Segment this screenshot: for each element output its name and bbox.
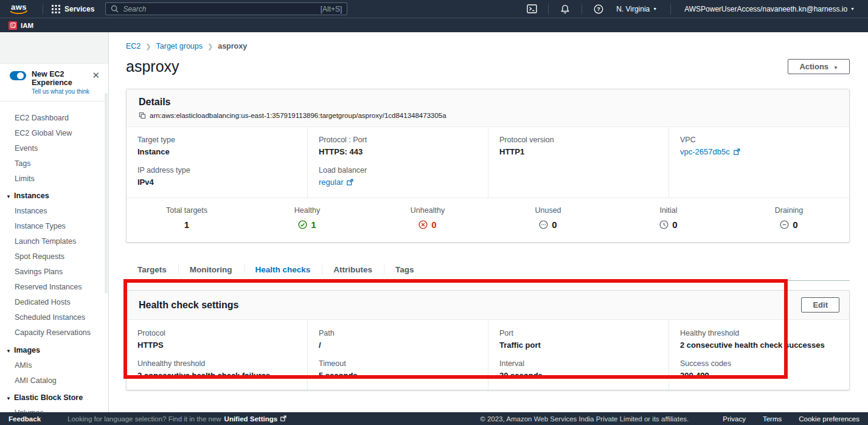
sidebar-scrollbar[interactable]	[105, 93, 108, 294]
health-check-grid: ProtocolHTTPS Unhealthy threshold2 conse…	[127, 320, 849, 390]
sidebar: New EC2 Experience Tell us what you thin…	[0, 32, 109, 412]
tab-targets[interactable]: Targets	[126, 258, 178, 280]
sidebar-item-instance-types[interactable]: Instance Types	[0, 219, 108, 234]
chevron-right-icon: ❯	[207, 43, 213, 50]
region-label: N. Virginia	[616, 5, 650, 13]
question-icon: ?	[594, 4, 603, 14]
field-label: Protocol : Port	[319, 136, 476, 144]
field-label: VPC	[680, 136, 837, 144]
sidebar-item-tags[interactable]: Tags	[0, 156, 108, 171]
services-grid-icon	[52, 5, 60, 13]
copyright-text: © 2023, Amazon Web Services India Privat…	[480, 415, 689, 423]
sidebar-item-instances[interactable]: Instances	[0, 204, 108, 219]
breadcrumb: EC2 ❯ Target groups ❯ asproxy	[126, 42, 850, 50]
sidebar-item-savings-plans[interactable]: Savings Plans	[0, 264, 108, 280]
bell-icon	[560, 4, 570, 14]
tab-tags[interactable]: Tags	[384, 258, 426, 280]
terms-link[interactable]: Terms	[763, 415, 782, 423]
sidebar-item-capacity-reservations[interactable]: Capacity Reservations	[0, 325, 108, 340]
sidebar-item-ec2-global-view[interactable]: EC2 Global View	[0, 125, 108, 140]
new-ec2-experience-toggle[interactable]	[10, 71, 26, 80]
cookie-preferences-link[interactable]: Cookie preferences	[799, 415, 859, 423]
sidebar-section-instances[interactable]: ▼Instances	[0, 186, 108, 204]
feedback-button[interactable]: Feedback	[9, 415, 41, 423]
tab-attributes[interactable]: Attributes	[322, 258, 384, 280]
account-menu[interactable]: AWSPowerUserAccess/navaneeth.kn@harness.…	[677, 5, 862, 13]
breadcrumb-current: asproxy	[218, 42, 247, 50]
actions-button[interactable]: Actions▼	[788, 59, 850, 74]
external-link-icon	[733, 148, 740, 156]
privacy-link[interactable]: Privacy	[723, 415, 746, 423]
field-label: IP address type	[137, 166, 295, 174]
close-icon[interactable]: ✕	[91, 70, 101, 81]
clock-circle-icon	[659, 220, 668, 229]
breadcrumb-target-groups[interactable]: Target groups	[156, 42, 203, 50]
field-label: Protocol	[137, 329, 295, 337]
help-button[interactable]: ?	[588, 4, 609, 14]
hc-healthy-threshold-value: 2 consecutive health check successes	[680, 340, 837, 350]
favorites-bar: IAM	[0, 18, 868, 32]
stat-healthy: Healthy 1	[247, 206, 367, 230]
health-check-title: Health check settings	[139, 300, 239, 311]
sidebar-item-limits[interactable]: Limits	[0, 171, 108, 186]
vpc-link[interactable]: vpc-2657db5c	[680, 147, 837, 156]
sidebar-section-elastic-block-store[interactable]: ▼Elastic Block Store	[0, 388, 108, 406]
services-menu[interactable]: Services	[49, 5, 97, 13]
tab-health-checks[interactable]: Health checks	[244, 258, 322, 281]
stat-unhealthy: Unhealthy 0	[367, 206, 488, 230]
tab-bar: Targets Monitoring Health checks Attribu…	[126, 258, 850, 281]
feedback-link[interactable]: Tell us what you think	[32, 88, 91, 95]
sidebar-item-ec2-dashboard[interactable]: EC2 Dashboard	[0, 110, 108, 125]
global-search[interactable]: [Alt+S]	[105, 2, 347, 15]
field-label: Interval	[499, 359, 656, 368]
sidebar-item-amis[interactable]: AMIs	[0, 358, 108, 373]
cloudshell-icon	[527, 4, 537, 13]
stat-draining: Draining 0	[729, 206, 849, 230]
triangle-down-icon: ▼	[6, 348, 11, 354]
total-targets-value: 1	[184, 219, 189, 230]
divider	[582, 4, 582, 15]
favorite-iam-label: IAM	[21, 22, 33, 29]
unified-settings-link[interactable]: Unified Settings	[224, 415, 287, 423]
chevron-down-icon: ▼	[833, 65, 838, 71]
notifications-button[interactable]	[555, 4, 575, 14]
edit-button[interactable]: Edit	[801, 297, 839, 313]
details-grid: Target typeInstance IP address typeIPv4 …	[127, 127, 849, 198]
breadcrumb-ec2[interactable]: EC2	[126, 42, 141, 50]
hc-interval-value: 30 seconds	[499, 371, 656, 380]
divider	[670, 4, 671, 15]
search-icon	[111, 5, 119, 13]
copy-icon	[139, 112, 146, 119]
page-title: asproxy	[126, 58, 179, 75]
search-input[interactable]	[123, 5, 316, 13]
svg-text:?: ?	[597, 6, 600, 12]
aws-console-page: aws Services [Alt+S] ?	[0, 0, 868, 425]
sidebar-item-launch-templates[interactable]: Launch Templates	[0, 234, 108, 249]
language-selection-text: Looking for language selection? Find it …	[68, 415, 221, 423]
stat-initial: Initial 0	[608, 206, 729, 230]
divider	[43, 4, 43, 15]
load-balancer-link[interactable]: regular	[319, 178, 476, 187]
cloudshell-button[interactable]	[521, 4, 542, 13]
sidebar-item-reserved-instances[interactable]: Reserved Instances	[0, 280, 108, 295]
sidebar-nav: EC2 Dashboard EC2 Global View Events Tag…	[0, 102, 108, 412]
sidebar-item-volumes[interactable]: Volumes	[0, 406, 108, 413]
target-health-summary: Total targets 1 Healthy 1 Unhealthy	[127, 198, 849, 242]
sidebar-item-events[interactable]: Events	[0, 140, 108, 156]
new-experience-label: New EC2 Experience	[32, 70, 91, 87]
hc-path-value: /	[319, 340, 476, 350]
tab-monitoring[interactable]: Monitoring	[178, 258, 244, 280]
sidebar-item-scheduled-instances[interactable]: Scheduled Instances	[0, 310, 108, 325]
ip-address-type-value: IPv4	[137, 178, 295, 187]
sidebar-section-images[interactable]: ▼Images	[0, 340, 108, 358]
hc-port-value: Traffic port	[499, 340, 656, 350]
sidebar-item-spot-requests[interactable]: Spot Requests	[0, 249, 108, 264]
aws-logo[interactable]: aws	[10, 4, 28, 15]
field-label: Unhealthy threshold	[137, 359, 295, 368]
sidebar-item-dedicated-hosts[interactable]: Dedicated Hosts	[0, 295, 108, 310]
copy-arn-button[interactable]	[139, 112, 146, 119]
region-selector[interactable]: N. Virginia ▼	[609, 5, 664, 13]
field-label: Target type	[137, 136, 295, 144]
favorite-iam[interactable]: IAM	[9, 21, 33, 30]
sidebar-item-ami-catalog[interactable]: AMI Catalog	[0, 373, 108, 388]
